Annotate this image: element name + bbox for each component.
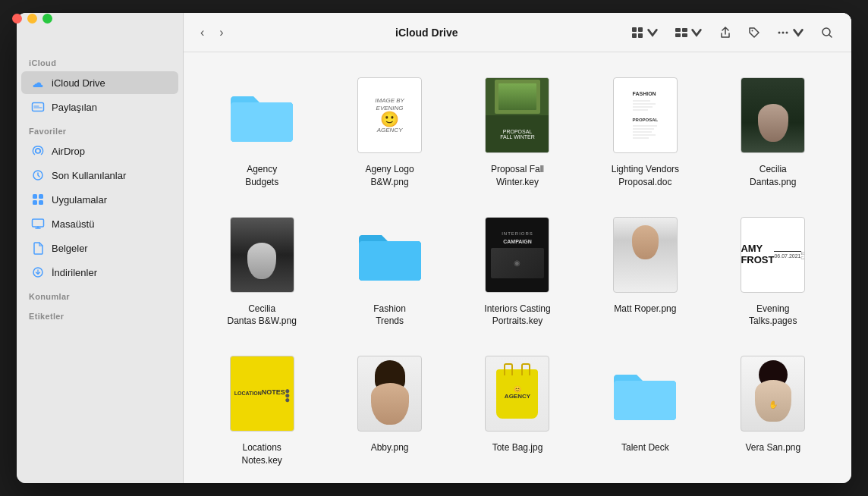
- back-button[interactable]: ‹: [196, 23, 209, 42]
- file-thumb: [603, 352, 687, 435]
- file-name: CeciliaDantas.png: [750, 163, 796, 189]
- file-item-lighting-vendors[interactable]: FASHION PROPOSAL: [585, 67, 705, 195]
- file-thumb: LOCATION NOTES ⬤ ⬤ ⬤: [220, 352, 303, 435]
- file-name: Interiors CastingPortraits.key: [484, 303, 550, 328]
- minimize-button[interactable]: [27, 14, 37, 24]
- file-item-vera-san[interactable]: ✋ Vera San.png: [713, 346, 833, 473]
- search-button[interactable]: [815, 22, 839, 43]
- svg-rect-4: [39, 194, 43, 199]
- maximize-button[interactable]: [42, 14, 52, 24]
- sidebar-item-label: Uygulamalar: [52, 194, 107, 206]
- file-name: LocationsNotes.key: [242, 441, 282, 467]
- file-name: AgencyBudgets: [245, 163, 278, 189]
- file-item-fashion-trends[interactable]: FashionTrends: [329, 207, 449, 334]
- svg-rect-11: [632, 33, 637, 38]
- file-item-proposal[interactable]: PROPOSALFALL WINTER Proposal FallWinter.…: [458, 67, 577, 195]
- sidebar-item-paylasilam[interactable]: Paylaşılan: [21, 96, 178, 118]
- file-thumb: [348, 352, 432, 435]
- svg-rect-12: [638, 33, 643, 38]
- svg-rect-3: [33, 194, 37, 199]
- file-item-interiors[interactable]: INTERIORS CAMPAIGN ◉ Interiors CastingPo…: [458, 207, 577, 334]
- section-label-etiketler: Etiketler: [17, 304, 183, 324]
- toolbar: ‹ › iCloud Drive: [184, 13, 851, 52]
- svg-rect-0: [33, 103, 44, 111]
- sidebar: iCloud iCloud Drive Paylaşılan Favoriler: [17, 13, 184, 483]
- svg-point-19: [782, 31, 785, 33]
- file-thumb: PROPOSALFALL WINTER: [476, 74, 559, 157]
- cloud-icon: [30, 75, 46, 90]
- airdrop-icon: [30, 143, 46, 159]
- file-item-evening-talks[interactable]: eveningtalks AMYFROST 06.07.2021 EXHIBIT…: [713, 207, 833, 334]
- section-label-konumlar: Konumlar: [17, 284, 183, 304]
- file-item-matt-roper[interactable]: Matt Roper.png: [585, 207, 705, 334]
- file-name: EveningTalks.pages: [749, 303, 797, 328]
- file-item-tote-bag[interactable]: 😊AGENCY Tote Bag.jpg: [458, 346, 577, 473]
- sidebar-item-recent[interactable]: Son Kullanılanlar: [21, 164, 178, 187]
- sidebar-item-desktop[interactable]: Masaüstü: [21, 212, 178, 235]
- close-button[interactable]: [17, 14, 22, 24]
- svg-rect-10: [638, 27, 643, 32]
- file-name: FashionTrends: [373, 303, 406, 328]
- file-thumb: eveningtalks AMYFROST 06.07.2021 EXHIBIT…: [731, 213, 815, 297]
- file-item-locations-notes[interactable]: LOCATION NOTES ⬤ ⬤ ⬤ LocationsNotes.key: [202, 346, 322, 473]
- sidebar-item-label: AirDrop: [52, 146, 85, 157]
- file-item-abby[interactable]: Abby.png: [329, 346, 449, 473]
- sidebar-item-docs[interactable]: Belgeler: [21, 237, 178, 259]
- file-thumb: FASHION PROPOSAL: [603, 74, 687, 157]
- file-thumb: [220, 213, 303, 297]
- more-button[interactable]: [771, 22, 810, 43]
- svg-rect-14: [682, 28, 687, 32]
- file-item-cecilia-dantas[interactable]: CeciliaDantas.png: [713, 67, 833, 195]
- downloads-icon: [30, 265, 46, 280]
- file-name: Abby.png: [371, 441, 409, 454]
- view-grid-button[interactable]: [625, 22, 665, 43]
- sidebar-item-apps[interactable]: Uygulamalar: [21, 188, 178, 211]
- window-title: iCloud Drive: [234, 27, 619, 39]
- finder-window: iCloud iCloud Drive Paylaşılan Favoriler: [17, 13, 851, 483]
- file-item-cecilia-bw[interactable]: CeciliaDantas B&W.png: [202, 207, 322, 334]
- file-name: Ageny LogoB&W.png: [366, 163, 414, 189]
- svg-rect-6: [39, 200, 43, 205]
- file-item-agency-budgets[interactable]: AgencyBudgets: [202, 67, 322, 195]
- sidebar-item-icloud-drive[interactable]: iCloud Drive: [21, 71, 178, 94]
- sidebar-item-label: iCloud Drive: [52, 77, 105, 89]
- file-thumb: 😊AGENCY: [476, 352, 559, 435]
- main-area: ‹ › iCloud Drive: [184, 13, 851, 483]
- sidebar-item-label: Son Kullanılanlar: [52, 170, 126, 181]
- share-button[interactable]: [713, 22, 737, 43]
- sidebar-item-label: Belgeler: [52, 243, 88, 254]
- sidebar-item-downloads[interactable]: İndirilenler: [21, 261, 178, 284]
- docs-icon: [30, 240, 46, 256]
- section-label-favoriler: Favoriler: [17, 119, 183, 139]
- file-item-talent-deck[interactable]: Talent Deck: [585, 346, 705, 473]
- svg-rect-7: [33, 219, 44, 227]
- file-item-ageny-logo[interactable]: IMAGE BYEVENING 🙂 AGENCY Ageny LogoB&W.p…: [329, 67, 449, 195]
- recent-icon: [30, 168, 46, 183]
- file-name: CeciliaDantas B&W.png: [228, 303, 297, 328]
- sidebar-item-airdrop[interactable]: AirDrop: [21, 140, 178, 162]
- traffic-lights: [17, 14, 52, 24]
- file-name: Lighting VendorsProposal.doc: [612, 163, 679, 189]
- svg-rect-16: [682, 33, 687, 37]
- file-thumb: [731, 74, 815, 157]
- svg-rect-13: [675, 28, 681, 32]
- apps-icon: [30, 192, 46, 207]
- view-gallery-button[interactable]: [669, 22, 709, 43]
- file-name: Tote Bag.jpg: [492, 441, 543, 454]
- file-thumb: [220, 74, 303, 157]
- sidebar-item-label: Masaüstü: [52, 218, 94, 230]
- file-thumb: ✋: [731, 352, 815, 435]
- tag-button[interactable]: [742, 22, 766, 43]
- sidebar-item-label: Paylaşılan: [52, 102, 97, 113]
- file-name: Matt Roper.png: [614, 303, 676, 315]
- file-thumb: [603, 213, 687, 297]
- svg-point-17: [752, 30, 753, 31]
- file-thumb: IMAGE BYEVENING 🙂 AGENCY: [348, 74, 432, 157]
- sidebar-item-label: İndirilenler: [52, 267, 97, 278]
- forward-button[interactable]: ›: [215, 23, 228, 42]
- svg-point-18: [778, 31, 781, 33]
- files-area: AgencyBudgets IMAGE BYEVENING 🙂 AGENCY A…: [184, 52, 851, 483]
- svg-rect-5: [33, 200, 37, 205]
- file-name: Proposal FallWinter.key: [491, 163, 544, 189]
- svg-rect-15: [675, 33, 681, 37]
